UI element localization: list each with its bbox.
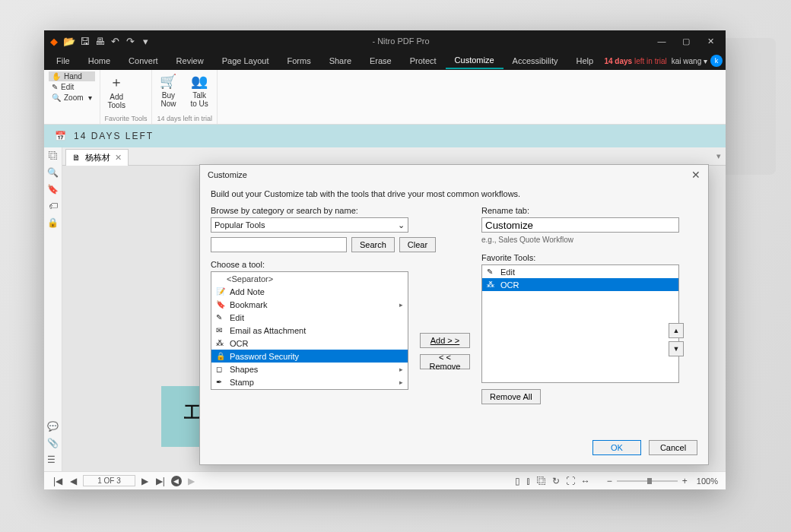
ribbon-group-view: ✋Hand ✎Edit 🔍Zoom▾ [44, 70, 100, 124]
ribbon-tab-file[interactable]: File [47, 53, 79, 68]
remove-button[interactable]: < < Remove [420, 354, 470, 369]
tool-item[interactable]: ✉Email as Attachment [211, 324, 408, 337]
tool-item[interactable]: ✒Stamp▸ [211, 375, 408, 388]
document-tab[interactable]: 🗎 杨栋材 ✕ [65, 149, 129, 166]
ribbon-tab-erase[interactable]: Erase [361, 53, 401, 68]
maximize-button[interactable]: ▢ [674, 30, 698, 52]
undo-icon[interactable]: ↶ [108, 34, 122, 48]
bookmarks-panel-icon[interactable]: 🔖 [47, 184, 59, 195]
chevron-down-icon: ⌄ [398, 220, 405, 230]
view-continuous-icon[interactable]: ⫿ [525, 476, 532, 486]
close-tab-icon[interactable]: ✕ [115, 153, 122, 163]
ribbon-tab-review[interactable]: Review [167, 53, 213, 68]
tool-icon: 🔒 [216, 352, 225, 360]
choose-tool-label: Choose a tool: [211, 260, 408, 269]
tool-icon: ✎ [216, 313, 225, 321]
save-icon[interactable]: 🖫 [78, 34, 91, 48]
tool-item[interactable]: <Separator> [211, 272, 408, 285]
view-single-icon[interactable]: ▯ [513, 476, 522, 486]
tool-item[interactable]: ⁂OCR [211, 337, 408, 350]
ribbon-tab-share[interactable]: Share [320, 53, 361, 68]
favorite-item[interactable]: ✎Edit [482, 265, 678, 278]
dialog-close-button[interactable]: ✕ [691, 169, 700, 181]
ribbon-tab-convert[interactable]: Convert [119, 53, 167, 68]
tool-item[interactable]: ✎Edit [211, 311, 408, 324]
next-page-button[interactable]: ▶ [140, 476, 150, 486]
talk-to-us-button[interactable]: 👥 Talk to Us [187, 71, 211, 109]
forward-button[interactable]: ▶ [186, 476, 196, 486]
document-icon: 🗎 [72, 153, 81, 162]
zoom-tool[interactable]: 🔍Zoom▾ [49, 93, 95, 103]
ok-button[interactable]: OK [592, 440, 641, 455]
ribbon-group-favorite-tools: ＋ Add Tools Favorite Tools [100, 70, 153, 124]
tool-list[interactable]: <Separator>📝Add Note🔖Bookmark▸✎Edit✉Emai… [211, 271, 408, 390]
zoom-out-button[interactable]: − [605, 476, 614, 486]
zoom-slider[interactable] [617, 480, 678, 482]
category-select[interactable]: Popular Tools ⌄ [211, 217, 408, 233]
close-button[interactable]: ✕ [698, 30, 723, 52]
tool-item[interactable]: 🔖Bookmark▸ [211, 298, 408, 311]
view-rotate-icon[interactable]: ↻ [551, 476, 561, 486]
browse-label: Browse by category or search by name: [211, 206, 408, 215]
titlebar: ◆ 📂 🖫 🖶 ↶ ↷ ▾ - Nitro PDF Pro — ▢ ✕ [44, 30, 726, 52]
ribbon-tabs: FileHomeConvertReviewPage LayoutFormsSha… [44, 52, 726, 70]
buy-now-button[interactable]: 🛒 Buy Now [157, 71, 179, 109]
qat-dropdown-icon[interactable]: ▾ [138, 34, 152, 48]
tool-item[interactable]: 📝Add Note [211, 285, 408, 298]
ribbon-tab-forms[interactable]: Forms [278, 53, 319, 68]
fields-panel-icon[interactable]: ☰ [47, 454, 59, 465]
ribbon-tab-page-layout[interactable]: Page Layout [213, 53, 278, 68]
ribbon-tab-customize[interactable]: Customize [446, 52, 504, 69]
last-page-button[interactable]: ▶| [154, 476, 167, 486]
minimize-button[interactable]: — [650, 30, 674, 52]
view-width-icon[interactable]: ↔ [580, 476, 592, 486]
tool-item[interactable]: ◻Shapes▸ [211, 363, 408, 375]
search-input[interactable] [211, 237, 347, 252]
ribbon-tab-help[interactable]: Help [567, 53, 602, 68]
search-panel-icon[interactable]: 🔍 [47, 167, 59, 178]
comments-panel-icon[interactable]: 💬 [47, 421, 59, 432]
plus-icon: ＋ [110, 73, 123, 91]
zoom-in-button[interactable]: + [681, 476, 689, 486]
move-down-button[interactable]: ▼ [669, 341, 684, 356]
tool-icon: ✒ [216, 378, 225, 386]
ribbon-caption-favtools: Favorite Tools [105, 113, 148, 124]
first-page-button[interactable]: |◀ [52, 476, 64, 486]
view-fit-icon[interactable]: ⛶ [564, 476, 577, 486]
ribbon-tab-home[interactable]: Home [79, 53, 119, 68]
favorite-tools-list[interactable]: ✎Edit⁂OCR [481, 264, 679, 383]
document-tabstrip: 🗎 杨栋材 ✕ ▾ [62, 147, 726, 166]
page-indicator[interactable]: 1 OF 3 [83, 475, 135, 486]
rename-input[interactable] [481, 217, 679, 233]
tabstrip-dropdown-icon[interactable]: ▾ [716, 151, 721, 161]
move-up-button[interactable]: ▲ [669, 323, 684, 338]
security-panel-icon[interactable]: 🔒 [47, 217, 59, 228]
hand-tool[interactable]: ✋Hand [49, 71, 95, 81]
tags-panel-icon[interactable]: 🏷 [49, 201, 58, 211]
ribbon-tab-accessibility[interactable]: Accessibility [504, 53, 567, 68]
add-button[interactable]: Add > > [420, 333, 470, 348]
tool-item[interactable]: ▭Whiteout [211, 388, 408, 390]
pages-panel-icon[interactable]: ⿻ [49, 150, 58, 161]
prev-page-button[interactable]: ◀ [68, 476, 78, 486]
open-icon[interactable]: 📂 [62, 34, 76, 48]
tool-icon: ✉ [216, 326, 225, 334]
remove-all-button[interactable]: Remove All [481, 389, 541, 404]
cancel-button[interactable]: Cancel [649, 440, 697, 455]
back-button[interactable]: ◀ [171, 476, 182, 486]
ribbon: ✋Hand ✎Edit 🔍Zoom▾ ＋ Add Tools Favorite … [44, 70, 726, 125]
tool-icon: ⁂ [216, 339, 225, 347]
edit-tool[interactable]: ✎Edit [49, 82, 95, 92]
search-button[interactable]: Search [351, 237, 395, 252]
view-facing-icon[interactable]: ⿻ [535, 476, 548, 486]
ribbon-tab-protect[interactable]: Protect [401, 53, 446, 68]
favorite-item[interactable]: ⁂OCR [482, 278, 678, 291]
attachments-panel-icon[interactable]: 📎 [47, 438, 59, 448]
tool-item[interactable]: 🔒Password Security [211, 350, 408, 363]
zoom-level: 100% [697, 477, 718, 486]
add-tools-button[interactable]: ＋ Add Tools [105, 71, 129, 111]
print-icon[interactable]: 🖶 [93, 34, 106, 48]
user-menu[interactable]: kai wang ▾ k [672, 55, 723, 67]
dialog-title: Customize [208, 170, 247, 179]
redo-icon[interactable]: ↷ [123, 34, 137, 48]
